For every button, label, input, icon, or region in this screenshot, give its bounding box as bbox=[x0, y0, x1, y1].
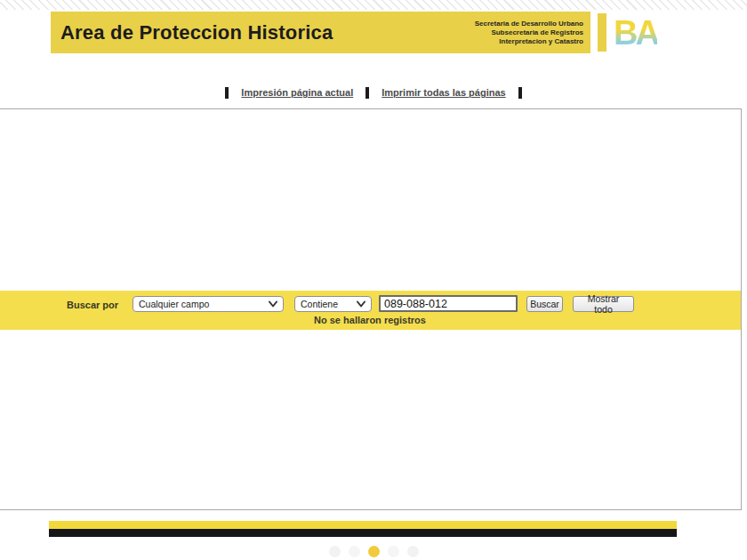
search-button[interactable]: Buscar bbox=[526, 296, 563, 312]
show-all-button[interactable]: Mostrar todo bbox=[573, 296, 634, 312]
ba-logo: BA bbox=[614, 11, 657, 55]
org-line: Subsecretaria de Registros bbox=[475, 28, 583, 37]
pagination-dot-active[interactable] bbox=[368, 546, 380, 557]
print-all-pages-link[interactable]: Imprimir todas las páginas bbox=[382, 87, 505, 98]
no-results-message: No se hallaron registros bbox=[0, 315, 741, 325]
footer-yellow-bar bbox=[49, 521, 677, 529]
search-by-label: Buscar por bbox=[67, 300, 118, 310]
header-banner: Area de Proteccion Historica Secretaria … bbox=[51, 12, 590, 53]
org-line: Secretaria de Desarrollo Urbano bbox=[475, 20, 583, 28]
print-current-page-link[interactable]: Impresión página actual bbox=[241, 87, 353, 98]
organization-block: Secretaria de Desarrollo Urbano Subsecre… bbox=[475, 20, 583, 46]
separator-bar bbox=[225, 87, 229, 99]
pagination-dot[interactable] bbox=[407, 546, 419, 557]
chevron-down-icon bbox=[357, 300, 365, 308]
logo-separator-bar bbox=[598, 13, 606, 52]
org-line: Interpretacion y Catastro bbox=[475, 37, 583, 46]
search-toolbar: Buscar por Cualquier campo Contiene Busc… bbox=[0, 291, 741, 330]
pagination-dots bbox=[0, 546, 747, 557]
top-hatch-decoration bbox=[0, 0, 747, 10]
pagination-dot[interactable] bbox=[329, 546, 341, 557]
field-select-value: Cualquier campo bbox=[139, 299, 209, 309]
print-links-bar: Impresión página actual Imprimir todas l… bbox=[0, 84, 747, 101]
pagination-dot[interactable] bbox=[388, 546, 399, 557]
operator-select-value: Contiene bbox=[301, 299, 338, 309]
pagination-dot[interactable] bbox=[349, 546, 360, 557]
operator-select[interactable]: Contiene bbox=[294, 296, 372, 312]
search-query-input[interactable] bbox=[379, 295, 518, 312]
separator-bar bbox=[518, 87, 522, 99]
separator-bar bbox=[365, 87, 369, 99]
field-select[interactable]: Cualquier campo bbox=[133, 296, 284, 312]
page-title: Area de Proteccion Historica bbox=[60, 21, 333, 44]
footer-black-bar bbox=[49, 529, 677, 537]
chevron-down-icon bbox=[269, 300, 277, 308]
content-panel: Buscar por Cualquier campo Contiene Busc… bbox=[0, 108, 742, 510]
